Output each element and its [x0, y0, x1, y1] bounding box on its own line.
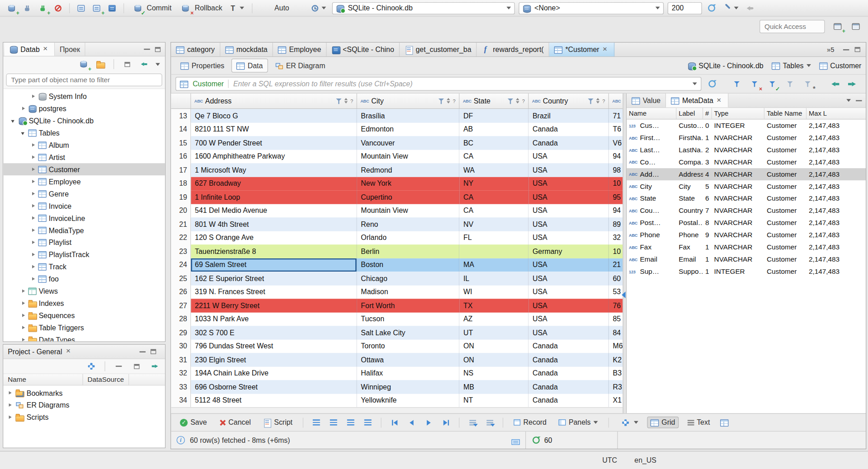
column-header-state[interactable]: State: [459, 94, 528, 108]
refresh-icon[interactable]: [706, 78, 718, 89]
row-number[interactable]: 19: [171, 190, 191, 204]
assist-button[interactable]: [722, 5, 741, 12]
history-forward-icon[interactable]: [847, 80, 856, 87]
expander-icon[interactable]: [8, 390, 13, 395]
cell-state[interactable]: DF: [459, 109, 528, 122]
row-number[interactable]: 23: [171, 244, 191, 258]
expander-icon[interactable]: [21, 289, 26, 294]
cell-country[interactable]: Canada: [528, 339, 609, 353]
column-header-ordinal[interactable]: #: [703, 108, 712, 119]
fetch-all-icon[interactable]: [484, 417, 496, 428]
cell-city[interactable]: Ottawa: [357, 353, 460, 366]
cell-state[interactable]: FL: [459, 231, 528, 244]
cell-column-name[interactable]: Co…: [627, 156, 676, 168]
metadata-row[interactable]: Fax Fax 1 NVARCHAR Customer 2,147,483: [627, 241, 866, 253]
expander-icon[interactable]: [31, 228, 36, 233]
sort-icon[interactable]: [344, 98, 349, 104]
fetch-next-page-icon[interactable]: [467, 417, 479, 428]
cell-state[interactable]: CA: [459, 190, 528, 204]
tree-item[interactable]: PlaylistTrack: [3, 249, 165, 261]
column-header-type[interactable]: Type: [712, 108, 764, 119]
editor-tab[interactable]: <SQLite - Chino: [327, 42, 400, 56]
cell-column-label[interactable]: FirstNa…: [676, 131, 703, 144]
cell-postalcode[interactable]: 10: [609, 177, 623, 190]
cell-address[interactable]: 120 S Orange Ave: [191, 231, 357, 244]
tree-item[interactable]: SQLite - Chinook.db: [3, 114, 165, 127]
cell-state[interactable]: BC: [459, 136, 528, 150]
row-number[interactable]: 25: [171, 272, 191, 285]
metadata-row[interactable]: Last… LastNa… 2 NVARCHAR Customer 2,147,…: [627, 144, 866, 156]
refresh-icon[interactable]: [533, 436, 540, 444]
row-number[interactable]: 20: [171, 204, 191, 217]
cell-state[interactable]: IL: [459, 272, 528, 285]
cell-table-name[interactable]: Customer: [764, 180, 807, 192]
cell-address[interactable]: 5112 48 Street: [191, 394, 357, 407]
commit-button[interactable]: Commit: [130, 3, 174, 14]
metadata-row[interactable]: Sup… Suppo… 1 INTEGER Customer 2,147,483: [627, 266, 866, 278]
close-icon[interactable]: [716, 97, 723, 104]
cell-state[interactable]: CA: [459, 150, 528, 163]
remove-filter-icon[interactable]: [749, 78, 760, 89]
cell-table-name[interactable]: Customer: [764, 253, 807, 266]
metadata-row[interactable]: Co… Compa… 3 NVARCHAR Customer 2,147,483: [627, 156, 866, 168]
cell-state[interactable]: WA: [459, 163, 528, 177]
cell-city[interactable]: Mountain View: [357, 150, 460, 163]
cell-max-length[interactable]: 2,147,483: [807, 168, 866, 180]
cell-country[interactable]: USA: [528, 204, 609, 217]
cell-city[interactable]: Redmond: [357, 163, 460, 177]
cell-column-label[interactable]: State: [676, 192, 703, 205]
tree-item[interactable]: foo: [3, 273, 165, 285]
record-button[interactable]: Record: [510, 417, 550, 428]
row-number[interactable]: 13: [171, 109, 191, 122]
breadcrumb-connection[interactable]: SQLite - Chinook.db: [688, 61, 764, 70]
history-back-icon[interactable]: [831, 80, 840, 87]
expander-icon[interactable]: [31, 252, 36, 257]
cell-max-length[interactable]: 2,147,483: [807, 180, 866, 192]
cell-city[interactable]: New York: [357, 177, 460, 190]
expander-icon[interactable]: [11, 118, 16, 123]
cell-city[interactable]: Brasília: [357, 109, 460, 122]
cell-address[interactable]: Qe 7 Bloco G: [191, 109, 357, 122]
cell-postalcode[interactable]: 95: [609, 190, 623, 204]
delete-row-icon[interactable]: [362, 417, 374, 428]
cell-state[interactable]: UT: [459, 326, 528, 339]
expander-icon[interactable]: [31, 240, 36, 245]
sql-editor-icon[interactable]: [75, 3, 87, 14]
cell-data-type[interactable]: NVARCHAR: [712, 144, 764, 156]
minimize-icon[interactable]: [140, 351, 146, 352]
undo-icon[interactable]: [745, 3, 756, 14]
cell-postalcode[interactable]: B3: [609, 366, 623, 380]
cell-address[interactable]: 1 Microsoft Way: [191, 163, 357, 177]
cell-postalcode[interactable]: 71: [609, 109, 623, 122]
cell-country[interactable]: Canada: [528, 122, 609, 136]
cell-ordinal[interactable]: 1: [703, 131, 712, 144]
cell-postalcode[interactable]: 21: [609, 258, 623, 272]
cell-address[interactable]: 319 N. Frances Street: [191, 285, 357, 299]
tree-item[interactable]: postgres: [3, 103, 165, 115]
cell-postalcode[interactable]: 60: [609, 272, 623, 285]
metadata-row[interactable]: Cus… Custo… 0 INTEGER Customer 2,147,483: [627, 119, 866, 131]
cell-column-name[interactable]: Post…: [627, 217, 676, 229]
cell-data-type[interactable]: INTEGER: [712, 266, 764, 278]
column-header-postalcode[interactable]: [609, 94, 623, 108]
expander-icon[interactable]: [8, 415, 13, 420]
cell-state[interactable]: NY: [459, 177, 528, 190]
metadata-row[interactable]: Cou… Country 7 NVARCHAR Customer 2,147,4…: [627, 205, 866, 217]
expander-icon[interactable]: [21, 325, 26, 330]
expander-icon[interactable]: [31, 142, 36, 147]
cell-postalcode[interactable]: 98: [609, 163, 623, 177]
cell-postalcode[interactable]: 76: [609, 299, 623, 312]
expander-icon[interactable]: [31, 264, 36, 269]
cell-city[interactable]: Fort Worth: [357, 299, 460, 312]
cell-city[interactable]: Orlando: [357, 231, 460, 244]
locale-indicator[interactable]: en_US: [634, 456, 656, 464]
tree-item[interactable]: Playlist: [3, 236, 165, 249]
breadcrumb-object[interactable]: Customer: [819, 61, 862, 70]
editor-subtab[interactable]: ER Diagram: [270, 59, 330, 73]
cell-column-label[interactable]: Email: [676, 253, 703, 266]
cell-country[interactable]: USA: [528, 163, 609, 177]
column-header-country[interactable]: Country: [528, 94, 609, 108]
row-number[interactable]: 15: [171, 136, 191, 150]
breadcrumb-container[interactable]: Tables: [772, 61, 811, 70]
expander-icon[interactable]: [21, 313, 26, 318]
